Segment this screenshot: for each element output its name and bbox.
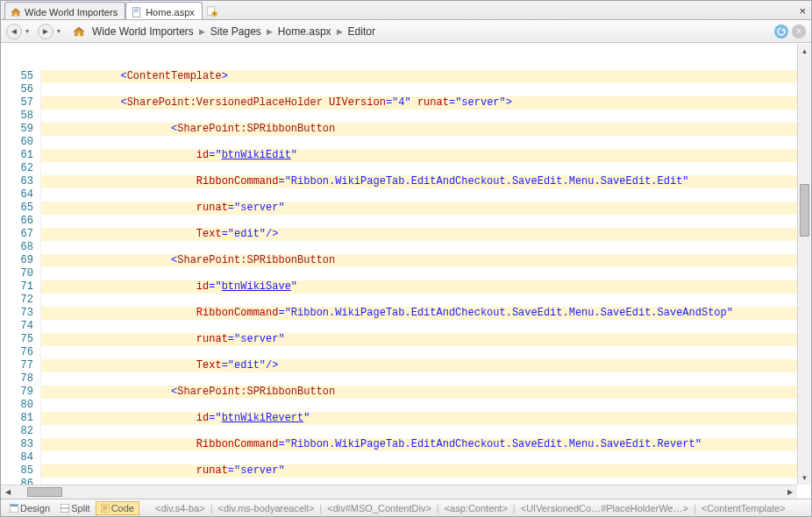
scroll-up-button[interactable]: ▲ (798, 44, 811, 58)
design-icon (10, 504, 18, 513)
scroll-right-button[interactable]: ▶ (783, 485, 797, 499)
split-view-button[interactable]: Split (55, 501, 95, 515)
svg-rect-7 (11, 505, 18, 506)
code-line[interactable]: runat="server" (41, 202, 811, 215)
code-line[interactable]: <SharePoint:SPRibbonButton (41, 123, 811, 136)
breadcrumb-item[interactable]: Wide World Importers (92, 25, 194, 38)
tag-path-segment[interactable]: <ContentTemplate> (696, 503, 791, 513)
code-area[interactable]: <ContentTemplate> <SharePoint:VersionedP… (41, 70, 811, 485)
svg-rect-3 (134, 11, 138, 12)
code-line[interactable]: Text="edit"/> (41, 228, 811, 241)
code-view-button[interactable]: Code (96, 501, 139, 515)
tag-path-segment[interactable]: <div.ms-bodyareacell> (212, 503, 319, 513)
forward-button[interactable]: ► (38, 24, 53, 39)
line-number: 68 (1, 241, 33, 254)
scroll-down-button[interactable]: ▼ (798, 471, 811, 485)
code-line[interactable]: <SharePoint:SPRibbonButton (41, 254, 811, 267)
tag-path-segment[interactable]: <div.s4-ba> (150, 503, 210, 513)
line-number: 65 (1, 202, 33, 215)
line-number: 63 (1, 175, 33, 188)
split-icon (61, 504, 69, 513)
close-icon[interactable]: × (799, 4, 806, 18)
tab-home-aspx[interactable]: Home.aspx (125, 2, 203, 19)
tag-path-segment[interactable]: <UIVersionedCo…#PlaceHolderWe…> (516, 503, 694, 513)
forward-history-dropdown[interactable]: ▾ (57, 27, 66, 35)
home-icon (73, 25, 85, 38)
code-icon (101, 504, 110, 513)
line-number: 81 (1, 412, 33, 425)
code-line[interactable]: <SharePoint:VersionedPlaceHolder UIVersi… (41, 96, 811, 110)
code-line[interactable]: runat="server" (41, 333, 811, 346)
tag-path-segment[interactable]: <asp:Content> (439, 503, 513, 513)
chevron-right-icon: ▶ (337, 27, 343, 36)
scroll-left-button[interactable]: ◀ (1, 485, 15, 499)
code-line[interactable]: id="btnWikiSave" (41, 280, 811, 294)
line-number: 61 (1, 149, 33, 162)
line-number: 83 (1, 438, 33, 451)
line-number: 85 (1, 464, 33, 478)
chevron-right-icon: ▶ (267, 27, 273, 36)
line-number: 71 (1, 280, 33, 294)
nav-bar: ◄ ▾ ► ▾ Wide World Importers ▶ Site Page… (1, 20, 811, 43)
line-number: 70 (1, 267, 33, 280)
line-number: 72 (1, 294, 33, 307)
line-number: 67 (1, 228, 33, 241)
tag-path-segment[interactable]: <div#MSO_ContentDiv> (322, 503, 437, 513)
line-number: 66 (1, 215, 33, 228)
code-editor[interactable]: 5556575859606162636465666768697071727374… (1, 44, 811, 485)
code-line[interactable]: id="btnWikiEdit" (41, 149, 811, 162)
view-label: Split (71, 503, 89, 513)
tab-wide-world-importers[interactable]: Wide World Importers (4, 2, 125, 19)
svg-rect-2 (134, 10, 139, 11)
horizontal-scrollbar[interactable]: ◀ ▶ (1, 485, 797, 499)
vertical-scrollbar[interactable]: ▲ ▼ (797, 44, 811, 485)
line-number: 75 (1, 333, 33, 346)
line-number: 64 (1, 188, 33, 202)
refresh-button[interactable] (774, 25, 788, 39)
line-number: 76 (1, 346, 33, 359)
line-number: 73 (1, 307, 33, 320)
back-button[interactable]: ◄ (6, 24, 22, 39)
breadcrumb-item[interactable]: Site Pages (210, 25, 261, 38)
tab-bar: Wide World Importers Home.aspx × (1, 1, 811, 20)
line-number: 62 (1, 162, 33, 175)
breadcrumb-item[interactable]: Home.aspx (278, 25, 331, 38)
breadcrumb-item[interactable]: Editor (348, 25, 375, 38)
line-number: 84 (1, 451, 33, 464)
tab-label: Wide World Importers (25, 7, 118, 18)
line-number: 59 (1, 123, 33, 136)
breadcrumb: Wide World Importers ▶ Site Pages ▶ Home… (92, 25, 375, 38)
line-number: 74 (1, 320, 33, 333)
line-number: 69 (1, 254, 33, 267)
line-number: 79 (1, 386, 33, 399)
line-number: 77 (1, 359, 33, 372)
scroll-thumb[interactable] (27, 487, 62, 497)
code-line[interactable]: RibbonCommand="Ribbon.WikiPageTab.EditAn… (41, 307, 811, 320)
view-label: Code (111, 503, 134, 513)
code-line[interactable]: id="btnWikiRevert" (41, 412, 811, 425)
line-number: 80 (1, 399, 33, 412)
design-view-button[interactable]: Design (4, 501, 55, 515)
line-number-gutter: 5556575859606162636465666768697071727374… (1, 70, 41, 485)
code-line[interactable]: RibbonCommand="Ribbon.WikiPageTab.EditAn… (41, 175, 811, 188)
back-history-dropdown[interactable]: ▾ (25, 27, 34, 35)
code-line[interactable]: runat="server" (41, 464, 811, 478)
new-tab-icon[interactable] (206, 5, 218, 18)
code-line[interactable]: Text="edit"/> (41, 359, 811, 372)
line-number: 78 (1, 372, 33, 386)
view-label: Design (20, 503, 50, 513)
page-icon (132, 7, 142, 18)
line-number: 57 (1, 96, 33, 110)
line-number: 55 (1, 70, 33, 83)
code-line[interactable]: <SharePoint:SPRibbonButton (41, 386, 811, 399)
line-number: 86 (1, 478, 33, 485)
tab-label: Home.aspx (146, 7, 195, 18)
scroll-thumb[interactable] (800, 184, 809, 237)
line-number: 56 (1, 83, 33, 96)
code-line[interactable]: RibbonCommand="Ribbon.WikiPageTab.EditAn… (41, 438, 811, 451)
stop-button[interactable]: × (792, 25, 806, 39)
code-line[interactable]: <ContentTemplate> (41, 70, 811, 83)
status-bar: Design Split Code <div.s4-ba>|<div.ms-bo… (1, 499, 811, 516)
tag-path: <div.s4-ba>|<div.ms-bodyareacell>|<div#M… (150, 503, 791, 513)
line-number: 82 (1, 425, 33, 438)
